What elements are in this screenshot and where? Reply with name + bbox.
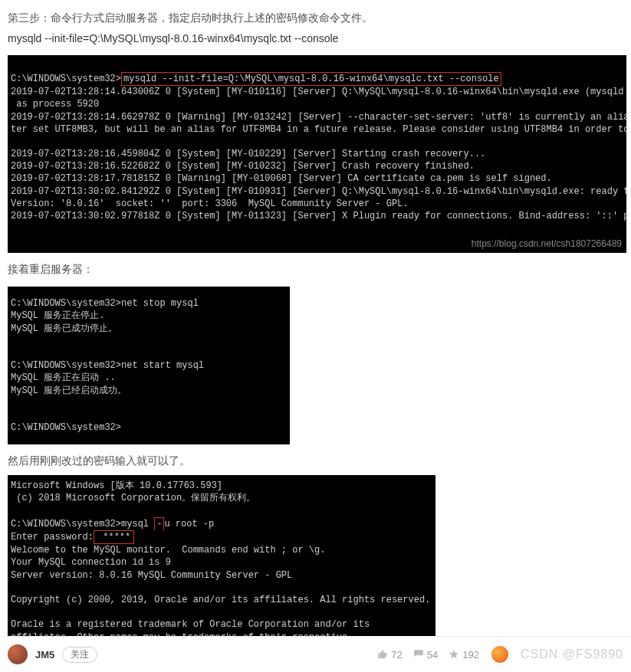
step-title: 第三步：命令行方式启动服务器，指定启动时执行上述的密码修改命令文件。 — [8, 9, 623, 28]
like-count: 72 — [391, 649, 402, 661]
comment-icon — [413, 649, 424, 660]
password-label: Enter password: — [11, 532, 94, 543]
highlighted-command: mysqld --init-file=Q:\MySQL\mysql-8.0.16… — [121, 72, 501, 86]
terminal1-body: 2019-07-02T13:28:14.643006Z 0 [System] [… — [11, 87, 626, 221]
reward-icon[interactable] — [490, 644, 510, 664]
command-line-text: mysqld --init-file=Q:\MySQL\mysql-8.0.16… — [8, 32, 623, 44]
restart-text: 接着重启服务器： — [8, 261, 623, 279]
avatar[interactable] — [8, 644, 28, 664]
author-footer: JM5 关注 72 54 192 CSDN @FS9890 — [0, 636, 631, 672]
fav-button[interactable]: 192 — [449, 649, 479, 661]
image-watermark: https://blog.csdn.net/csh1807266489 — [472, 238, 622, 250]
thumbs-up-icon — [377, 649, 388, 660]
fav-count: 192 — [462, 649, 479, 661]
prompt-prefix: C:\WINDOWS\system32> — [11, 74, 121, 84]
terminal-output-1: C:\WINDOWS\system32>mysqld --init-file=Q… — [8, 55, 626, 254]
like-button[interactable]: 72 — [377, 649, 402, 661]
terminal2-body: C:\WINDOWS\system32>net stop mysql MySQL… — [11, 298, 204, 433]
login-suffix: u root -p — [164, 519, 214, 529]
follow-button[interactable]: 关注 — [62, 647, 97, 663]
author-name[interactable]: JM5 — [35, 649, 54, 661]
stats-bar: 72 54 192 CSDN @FS9890 — [377, 644, 623, 664]
terminal3-top: Microsoft Windows [版本 10.0.17763.593] (c… — [11, 480, 255, 503]
comment-count: 54 — [427, 649, 438, 661]
page-watermark: CSDN @FS9890 — [521, 647, 623, 661]
final-text: 然后用刚刚改过的密码输入就可以了。 — [8, 452, 623, 470]
terminal-output-2: C:\WINDOWS\system32>net stop mysql MySQL… — [8, 287, 290, 444]
password-highlight: ***** — [94, 530, 134, 544]
login-flag-highlight-top: - — [154, 517, 164, 530]
login-prefix: C:\WINDOWS\system32>mysql — [11, 519, 154, 529]
comment-button[interactable]: 54 — [413, 649, 438, 661]
star-icon — [449, 649, 459, 660]
